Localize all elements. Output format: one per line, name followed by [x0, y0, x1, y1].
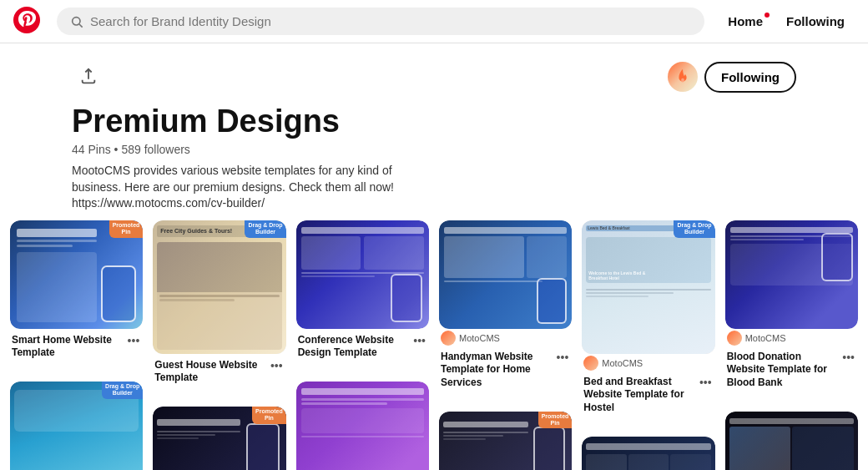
- drag-drop-badge: Drag & DropBuilder: [102, 382, 143, 399]
- pin-brand-name: MotoCMS: [745, 333, 786, 343]
- brand-avatar: [583, 356, 598, 371]
- pinterest-logo[interactable]: [13, 7, 43, 37]
- pin-blood-donation[interactable]: MotoCMS Blood Donation Website Template …: [725, 220, 858, 392]
- board-header: Following Premium Designs 44 Pins • 589 …: [58, 43, 810, 220]
- search-icon: [70, 15, 83, 28]
- pin-label-row: Handyman Website Template for Home Servi…: [439, 346, 572, 392]
- board-title: Premium Designs: [72, 104, 796, 139]
- promoted-badge: PromotedPin: [109, 220, 144, 238]
- pin-brand-row: MotoCMS: [439, 331, 572, 346]
- board-brand-logo[interactable]: [668, 62, 698, 92]
- following-button[interactable]: Following: [704, 62, 796, 93]
- pin-more-options[interactable]: •••: [840, 351, 856, 364]
- brand-avatar: [727, 331, 742, 346]
- nav-following[interactable]: Following: [776, 8, 855, 35]
- pin-label-row: Bed and Breakfast Website Template for H…: [582, 371, 714, 417]
- pin-column-1: PromotedPin Smart Home Website Template …: [10, 220, 143, 470]
- pin-coworking[interactable]: Coworking Website Template •••: [296, 382, 429, 470]
- brand-avatar: [441, 331, 456, 346]
- pin-title: Bed and Breakfast Website Template for H…: [583, 376, 698, 415]
- pin-dark-promo[interactable]: PromotedPin: [153, 407, 285, 470]
- pin-title: Guest House Website Template: [154, 359, 269, 385]
- pin-column-6: MotoCMS Blood Donation Website Template …: [725, 220, 858, 470]
- pin-more-options[interactable]: •••: [126, 334, 142, 347]
- pin-column-2: Drag & DropBuilder Free City Guides & To…: [153, 220, 285, 470]
- pin-dark-lower[interactable]: •••: [582, 437, 714, 470]
- promoted-badge-5: PromotedPin: [538, 412, 573, 429]
- pin-label-row: Guest House Website Template •••: [153, 354, 285, 387]
- pin-column-5: Drag & DropBuilder Lewis Bed & Breakfast…: [582, 220, 714, 470]
- svg-point-1: [73, 17, 80, 24]
- drag-drop-badge-2: Drag & DropBuilder: [245, 220, 285, 238]
- board-actions-top: Following: [72, 60, 796, 93]
- pin-title: Smart Home Website Template: [12, 334, 126, 360]
- search-bar[interactable]: [57, 8, 704, 35]
- board-description: MootoCMS provides various website templa…: [72, 163, 406, 212]
- pin-brand-name: MotoCMS: [459, 333, 500, 343]
- pin-handyman[interactable]: MotoCMS Handyman Website Template for Ho…: [439, 220, 572, 392]
- share-button[interactable]: [72, 60, 105, 93]
- pin-title: Handyman Website Template for Home Servi…: [441, 351, 555, 390]
- pin-smart-home[interactable]: PromotedPin Smart Home Website Template …: [10, 220, 143, 361]
- pin-more-options[interactable]: •••: [269, 359, 285, 372]
- board-meta: 44 Pins • 589 followers: [72, 143, 796, 156]
- pin-more-options[interactable]: •••: [555, 351, 571, 364]
- header-nav: Home Following: [718, 8, 855, 35]
- svg-point-0: [13, 7, 40, 33]
- pin-title: Conference Website Design Template: [298, 334, 412, 360]
- pin-column-3: Conference Website Design Template •••: [296, 220, 429, 470]
- pin-title: Blood Donation Website Template for Bloo…: [727, 351, 841, 390]
- pin-more-options[interactable]: •••: [411, 334, 427, 347]
- nav-home[interactable]: Home: [718, 8, 773, 35]
- pin-label-row: Conference Website Design Template •••: [296, 329, 429, 361]
- search-input[interactable]: [90, 14, 691, 28]
- pin-aviation[interactable]: •••: [725, 412, 858, 470]
- pin-more-options[interactable]: •••: [698, 376, 714, 389]
- drag-drop-badge-3: Drag & DropBuilder: [674, 220, 714, 238]
- pin-label-row: Blood Donation Website Template for Bloo…: [725, 346, 858, 392]
- pin-guest-house[interactable]: Drag & DropBuilder Free City Guides & To…: [153, 220, 285, 387]
- pin-brand-row: MotoCMS: [582, 356, 714, 371]
- pin-vacation-rental[interactable]: Drag & DropBuilder BEAUTIFUL HOMES FOR Y…: [10, 382, 143, 470]
- promoted-badge-3: PromotedPin: [252, 407, 286, 424]
- pin-bed-breakfast[interactable]: Drag & DropBuilder Lewis Bed & Breakfast…: [582, 220, 714, 417]
- pins-grid: PromotedPin Smart Home Website Template …: [0, 220, 868, 470]
- pin-column-4: MotoCMS Handyman Website Template for Ho…: [439, 220, 572, 470]
- app-header: Home Following: [0, 0, 868, 43]
- pin-conference[interactable]: Conference Website Design Template •••: [296, 220, 429, 361]
- pin-dark-service[interactable]: PromotedPin: [439, 412, 572, 470]
- svg-line-2: [79, 24, 83, 28]
- pin-label-row: Smart Home Website Template •••: [10, 329, 143, 361]
- pin-brand-name: MotoCMS: [602, 358, 643, 368]
- notification-dot: [765, 13, 770, 18]
- board-right-actions: Following: [668, 62, 796, 93]
- pin-brand-row: MotoCMS: [725, 331, 858, 346]
